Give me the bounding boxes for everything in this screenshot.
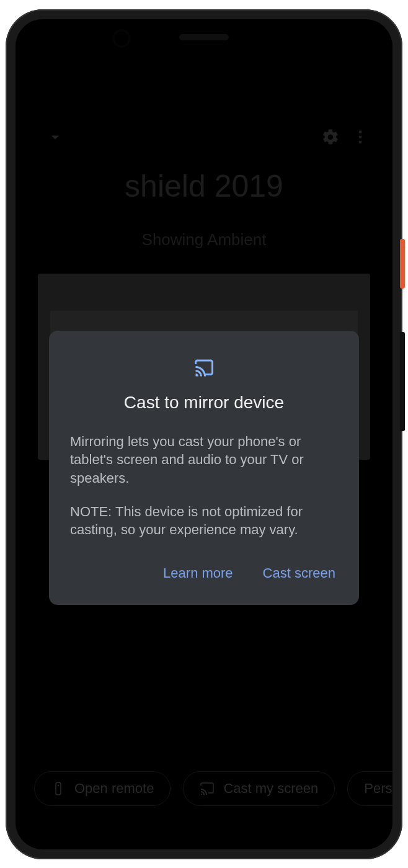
bottom-chip-row[interactable]: Open remote Cast my screen Personal [34,771,392,806]
dialog-body-2: NOTE: This device is not optimized for c… [70,503,338,539]
volume-button-accent [400,332,405,431]
collapse-button[interactable] [40,122,70,152]
phone-screen: shield 2019 Showing Ambient Open remote … [16,19,392,849]
phone-frame: shield 2019 Showing Ambient Open remote … [6,9,402,859]
svg-rect-3 [56,782,61,795]
personal-label: Personal [364,781,392,797]
cast-icon [200,781,215,796]
device-subtitle: Showing Ambient [16,230,392,249]
more-button[interactable] [345,122,375,152]
open-remote-label: Open remote [74,781,154,797]
cast-dialog: Cast to mirror device Mirroring lets you… [49,331,359,605]
device-title: shield 2019 [16,168,392,204]
cast-my-screen-chip[interactable]: Cast my screen [183,771,335,806]
gear-icon [321,128,340,146]
learn-more-button[interactable]: Learn more [161,560,236,586]
svg-point-1 [359,135,362,138]
power-button-accent [400,239,405,289]
dialog-cast-icon-wrap [70,357,338,379]
remote-icon [51,781,66,796]
personal-chip[interactable]: Personal [347,771,392,806]
dialog-body-1: Mirroring lets you cast your phone's or … [70,432,338,488]
open-remote-chip[interactable]: Open remote [34,771,171,806]
svg-point-4 [58,784,59,785]
cast-my-screen-label: Cast my screen [223,781,318,797]
dialog-title: Cast to mirror device [70,393,338,413]
svg-point-0 [359,130,362,133]
dialog-actions: Learn more Cast screen [70,560,338,586]
chevron-down-icon [46,128,64,146]
more-vert-icon [352,128,369,146]
cast-icon [193,357,215,379]
cast-screen-button[interactable]: Cast screen [260,560,338,586]
header-row [16,119,392,156]
settings-button[interactable] [316,122,345,152]
svg-point-2 [359,140,362,143]
